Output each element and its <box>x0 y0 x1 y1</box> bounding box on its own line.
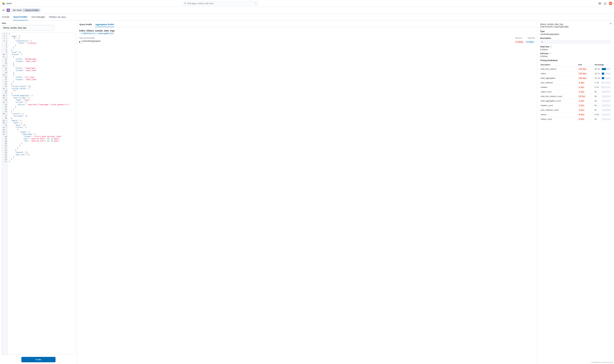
code-line[interactable]: } <box>9 106 74 108</box>
line-number: 4 ▾ <box>3 40 7 42</box>
main-layout: Index 1 ▾2 ▾3 ▾4 ▾5 6 7 8 9 10 ▾11 ▾12 1… <box>0 21 614 364</box>
code-line[interactable]: "filter": [ <box>9 126 74 129</box>
code-line[interactable]: "bool": { <box>9 122 74 124</box>
profile-tabs: Query Profile Aggregation Profile <box>79 22 535 27</box>
code-line[interactable]: { <box>9 56 74 58</box>
info-icon[interactable]: i <box>550 46 552 48</box>
code-line[interactable]: "format": "date_time" <box>9 69 74 72</box>
code-line[interactable]: "runtime_mappings": { <box>9 94 74 97</box>
code-line[interactable]: "aggs": { <box>9 35 74 38</box>
code-line[interactable]: }, <box>9 110 74 113</box>
code-line[interactable]: "field": "clientip" <box>9 42 74 44</box>
code-line[interactable]: ], <box>9 149 74 151</box>
code-line[interactable]: "must": [], <box>9 124 74 126</box>
code-line[interactable]: { <box>9 129 74 131</box>
code-line[interactable]: }, <box>9 49 74 51</box>
newsfeed-icon[interactable] <box>603 2 607 5</box>
code-line[interactable]: "gte": "2023-02-20T17: 23: 25.855Z", <box>9 138 74 140</box>
code-line[interactable]: "should": [], <box>9 151 74 154</box>
space-badge[interactable]: D <box>7 9 10 12</box>
timing-pct: 0% <box>594 103 611 108</box>
tab-console[interactable]: Console <box>2 14 10 20</box>
timing-time: 233.0µs <box>577 67 594 71</box>
code-line[interactable]: "must_not": [] <box>9 154 74 156</box>
code-line[interactable]: { <box>9 65 74 67</box>
logo[interactable]: elastic <box>2 2 12 5</box>
code-line[interactable]: ], <box>9 83 74 85</box>
code-line[interactable]: "size": 0, <box>9 51 74 53</box>
line-number: 3 ▾ <box>3 38 7 40</box>
code-line[interactable]: "excludes": [] <box>9 115 74 117</box>
code-line[interactable]: }, <box>9 72 74 74</box>
code-line[interactable]: "type": "long", <box>9 99 74 101</box>
code-line[interactable]: "query": { <box>9 119 74 122</box>
help-icon[interactable] <box>598 2 601 5</box>
tab-painless-lab[interactable]: Painless LabBETA <box>49 14 66 20</box>
code-line[interactable]: "field": "utc_time", <box>9 76 74 78</box>
tab-search-profiler[interactable]: Search Profiler <box>13 14 28 20</box>
line-number: 42 ▾ <box>3 126 7 129</box>
code-line[interactable]: } <box>9 81 74 83</box>
timing-desc: build_leaf_collector_count <box>540 94 577 99</box>
code-line[interactable]: "field": "@timestamp", <box>9 58 74 60</box>
line-number: 32 <box>3 104 7 106</box>
code-line[interactable]: "range": { <box>9 131 74 133</box>
code-line[interactable]: } <box>9 44 74 47</box>
code-line[interactable]: }, <box>9 117 74 119</box>
user-avatar[interactable]: CR <box>609 2 612 5</box>
code-line[interactable]: "1": { <box>9 38 74 40</box>
close-icon[interactable]: ✕ <box>609 22 612 25</box>
code-line[interactable]: "stored_fields": [ <box>9 88 74 90</box>
svg-point-2 <box>184 2 186 4</box>
code-line[interactable]: } <box>9 160 74 163</box>
code-line[interactable]: "hour_of_day": { <box>9 97 74 99</box>
code-line[interactable]: ], <box>9 92 74 94</box>
breadcrumb-item[interactable]: Dev Tools <box>11 9 24 12</box>
code-line[interactable]: "format": "date_time" <box>9 60 74 63</box>
code-line[interactable]: "fields": [ <box>9 53 74 56</box>
tab-aggregation-profile[interactable]: Aggregation Profile <box>95 22 114 27</box>
code-line[interactable]: "script_fields": {}, <box>9 85 74 88</box>
col-total: Total time <box>528 37 535 39</box>
timing-pct: 26.7% <box>594 71 611 76</box>
hamburger-menu-icon[interactable] <box>2 9 5 12</box>
code-line[interactable]: } <box>9 158 74 160</box>
index-input[interactable] <box>2 25 54 30</box>
code-line[interactable]: "format": "date_time" <box>9 78 74 81</box>
code-line[interactable]: } <box>9 142 74 144</box>
code-editor[interactable]: 1 ▾2 ▾3 ▾4 ▾5 6 7 8 9 10 ▾11 ▾12 13 14 1… <box>2 32 75 355</box>
code-line[interactable]: { <box>9 74 74 76</box>
timing-time: 1.0ns <box>577 108 594 112</box>
agg-name: CardinalityAggregator <box>81 40 514 42</box>
shard-link[interactable]: [TdM7OsKlSCi-Lt8pXvgMKA][0] <box>79 32 114 35</box>
info-icon[interactable]: i <box>549 52 551 54</box>
code-line[interactable]: } <box>9 47 74 49</box>
code-line[interactable]: }, <box>9 63 74 65</box>
code-line[interactable]: } <box>9 144 74 147</box>
code-line[interactable]: "_source": { <box>9 113 74 115</box>
code-line[interactable]: "*" <box>9 90 74 92</box>
code-line[interactable]: { <box>9 33 74 35</box>
code-line[interactable]: "cardinality": { <box>9 40 74 42</box>
tab-grok-debugger[interactable]: Grok Debugger <box>31 14 45 20</box>
code-line[interactable]: "source": "emit(doc['timestamp'].value.g… <box>9 104 74 106</box>
aggregation-row[interactable]: CardinalityAggregator 1 0.503ms 0.503ms <box>79 40 535 44</box>
line-number: 56 <box>3 158 7 160</box>
index-title: Index: kibana_sample_data_logs <box>79 29 535 32</box>
code-line[interactable]: "timestamp": { <box>9 133 74 135</box>
line-number: 39 ▾ <box>3 119 7 122</box>
tab-query-profile[interactable]: Query Profile <box>79 22 92 27</box>
code-line[interactable]: "format": "strict_date_optional_time", <box>9 135 74 138</box>
editor-body[interactable]: { "aggs": { "1": { "cardinality": { "fie… <box>8 32 75 354</box>
global-search-input[interactable]: Find apps, content, and more. ^/ <box>183 1 258 6</box>
code-line[interactable]: } <box>9 156 74 158</box>
code-line[interactable]: } <box>9 147 74 149</box>
line-number: 50 <box>3 144 7 147</box>
profile-button[interactable]: Profile <box>21 357 55 362</box>
code-line[interactable]: "script": { <box>9 101 74 104</box>
timing-time: 10.0ns <box>577 94 594 99</box>
code-line[interactable]: } <box>9 108 74 110</box>
breadcrumb-item-active[interactable]: Search Profiler <box>23 9 40 12</box>
code-line[interactable]: "lte": "2023-02-27T17: 23: 25.855Z" <box>9 140 74 142</box>
code-line[interactable]: "field": "timestamp", <box>9 67 74 69</box>
